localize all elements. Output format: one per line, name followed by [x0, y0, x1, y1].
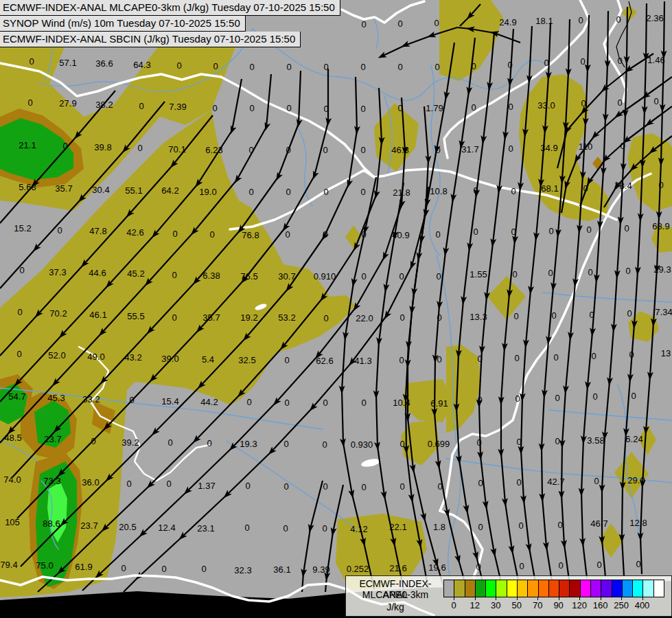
grid-value: 0 [518, 520, 523, 531]
grid-value: 7.34 [655, 307, 672, 317]
grid-value: 36.1 [273, 564, 290, 575]
grid-value: 0 [555, 436, 559, 446]
grid-value: 19.2 [240, 312, 257, 323]
grid-value: 0 [437, 354, 441, 365]
grid-value: 39.8 [94, 142, 111, 152]
legend-colorbar [443, 580, 664, 597]
grid-value: 7.39 [169, 102, 186, 112]
grid-value: 0 [434, 18, 439, 28]
grid-value: 68.9 [652, 221, 669, 231]
grid-value: 0 [653, 96, 658, 106]
grid-value: 70.2 [49, 308, 67, 319]
grid-value: 0 [625, 266, 630, 276]
grid-value: 30.7 [278, 271, 295, 282]
grid-value: 0 [139, 101, 143, 111]
grid-value: 0 [201, 564, 206, 574]
legend-swatch [623, 580, 633, 597]
grid-value: 0 [594, 476, 599, 486]
grid-value: 0.699 [428, 439, 450, 449]
grid-value: 54.7 [8, 391, 25, 402]
grid-value: 52.0 [48, 350, 65, 360]
grid-value: 0 [29, 56, 34, 67]
legend-swatch [444, 580, 454, 597]
legend-swatch [518, 580, 528, 597]
grid-value: 36.6 [95, 58, 113, 69]
legend-tick-value: 30 [491, 600, 500, 610]
grid-value: 39.2 [121, 437, 139, 448]
grid-value: 79.4 [0, 560, 17, 570]
grid-value: 0 [435, 62, 439, 72]
grid-value: 0 [397, 19, 402, 29]
grid-value: 57.1 [59, 58, 76, 68]
grid-value: 0 [27, 98, 32, 108]
grid-value: 0 [283, 439, 288, 449]
grid-value: 6.24 [625, 434, 642, 444]
legend-tick-value: 12 [470, 600, 479, 610]
grid-value: 0 [516, 477, 521, 488]
grid-value: 0 [286, 62, 291, 72]
weather-map-viewport: 00024.918.1002.36057.136.664.30000000000… [0, 0, 672, 618]
grid-value: 0 [284, 355, 289, 365]
grid-value: 0 [397, 62, 402, 72]
legend-swatch [486, 580, 496, 597]
grid-value: 0 [511, 186, 515, 196]
grid-value: 0 [478, 522, 483, 532]
grid-value: 0 [578, 15, 583, 25]
grid-value: 0 [167, 437, 172, 448]
legend-swatch [559, 580, 570, 597]
grid-value: 0 [172, 270, 176, 280]
grid-value: 0 [399, 439, 404, 449]
grid-value: 13 [661, 348, 671, 358]
grid-value: 42.6 [126, 227, 143, 238]
grid-value: 43.2 [124, 352, 141, 363]
grid-value: 2.36 [646, 13, 663, 23]
grid-value: 0 [322, 523, 327, 534]
grid-value: 39.0 [161, 354, 178, 364]
grid-value: 0 [213, 61, 218, 71]
grid-value: 0 [361, 271, 366, 282]
grid-value: 0 [286, 187, 290, 197]
grid-value: 1.37 [198, 481, 215, 491]
legend-tick-value: 120 [572, 600, 587, 610]
legend-tick-value: 0 [452, 600, 456, 610]
grid-value: 0 [580, 56, 585, 67]
grid-value: 0.930 [351, 439, 373, 450]
legend-swatch [591, 580, 601, 597]
grid-value: 0 [209, 229, 214, 240]
grid-value: 0 [555, 393, 559, 403]
grid-value: 62.6 [316, 356, 333, 366]
legend-tick-value: 90 [553, 600, 563, 610]
grid-value: 0 [591, 351, 596, 361]
title-line-sbcin: ECMWF-INDEX-ANAL SBCIN (J/kg) Tuesday 07… [0, 32, 301, 47]
grid-value: 1.8 [433, 522, 445, 532]
grid-value: 24.9 [499, 17, 516, 27]
grid-value: 0 [323, 313, 328, 323]
grid-value: 15.4 [161, 396, 178, 407]
grid-value: 68.1 [541, 183, 558, 194]
grid-value: 0 [176, 60, 181, 71]
grid-value: 0 [436, 271, 441, 282]
grid-value: 76.8 [242, 230, 259, 240]
grid-value: 0 [245, 481, 250, 491]
grid-value: 0 [360, 187, 365, 197]
grid-value: 0 [361, 398, 366, 408]
grid-value: 1.55 [470, 269, 487, 279]
grid-value: 20.5 [119, 522, 136, 532]
legend-tick-value: 250 [614, 600, 629, 610]
grid-value: 10.8 [430, 186, 447, 196]
grid-value: 32.3 [234, 565, 251, 575]
grid-value: 12.8 [629, 518, 647, 528]
grid-value: 46.7 [590, 518, 607, 529]
grid-value: 45.3 [47, 393, 65, 403]
grid-value: 36.0 [82, 477, 99, 488]
grid-value: 0 [286, 103, 291, 113]
grid-value: 0 [399, 312, 404, 323]
grid-value: 35.7 [55, 183, 72, 194]
grid-value: 0 [172, 312, 176, 323]
title-line-mlcape: ECMWF-INDEX-ANAL MLCAPE0-3km (J/kg) Tues… [0, 0, 340, 16]
legend-swatch [496, 580, 507, 597]
grid-value: 46.1 [89, 310, 106, 320]
legend-swatch [528, 580, 538, 597]
legend-tick-value: 50 [511, 600, 521, 610]
grid-value: 44.6 [89, 268, 106, 278]
